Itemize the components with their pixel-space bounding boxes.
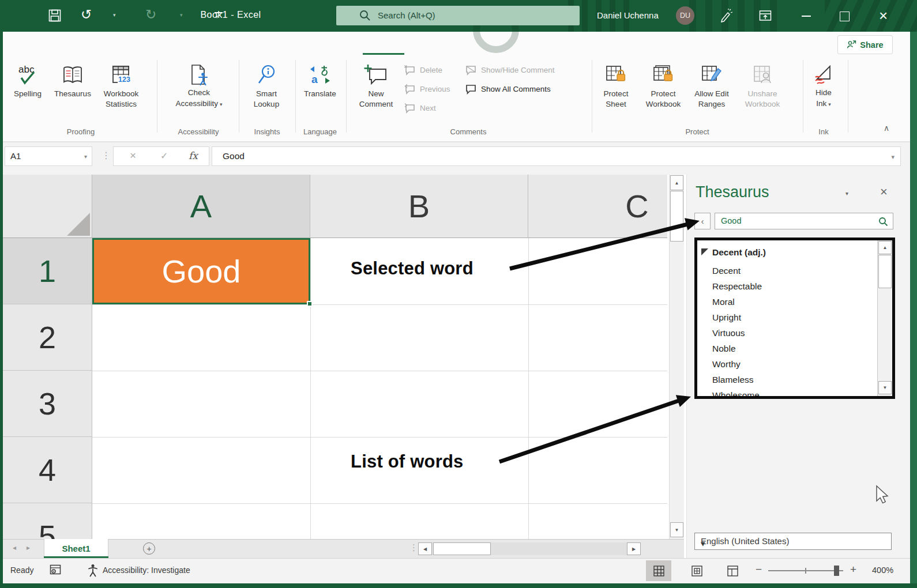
- normal-view-button[interactable]: [646, 560, 671, 581]
- word-list-scroll-up[interactable]: ▲: [878, 241, 892, 254]
- spreadsheet-grid[interactable]: A B C 1 2 3 4 5 Good: [3, 175, 667, 539]
- group-label-protect: Protect: [660, 127, 735, 136]
- word-list-scroll-down[interactable]: ▼: [878, 381, 892, 394]
- thesaurus-word-list[interactable]: Decent (adj.) Decent Respectable Moral U…: [694, 238, 895, 399]
- page-layout-view-button[interactable]: [684, 560, 709, 581]
- smart-lookup-button[interactable]: Smart Lookup: [245, 60, 288, 135]
- word-group-heading[interactable]: Decent (adj.): [712, 247, 766, 258]
- spelling-button[interactable]: abc Spelling: [10, 60, 45, 135]
- group-label-accessibility: Accessibility: [161, 127, 236, 136]
- cell-a1-value: Good: [162, 252, 241, 290]
- word-item[interactable]: Respectable: [712, 281, 762, 292]
- allow-edit-ranges-button[interactable]: Allow Edit Ranges: [686, 60, 737, 135]
- zoom-level[interactable]: 400%: [872, 566, 893, 575]
- scroll-down-button[interactable]: ▼: [670, 522, 683, 537]
- coachmark-pen-icon[interactable]: [720, 9, 734, 22]
- thesaurus-button[interactable]: Thesaurus: [50, 60, 95, 135]
- name-box[interactable]: A1 ▾: [5, 146, 92, 166]
- hscroll-right-button[interactable]: ▶: [627, 542, 641, 555]
- word-item[interactable]: Blameless: [712, 375, 754, 385]
- pane-close-icon[interactable]: ×: [880, 184, 888, 199]
- group-label-language: Language: [283, 127, 358, 136]
- macro-record-icon[interactable]: [50, 564, 61, 576]
- undo-dropdown-chevron-icon[interactable]: ▾: [113, 12, 116, 18]
- status-accessibility[interactable]: Accessibility: Investigate: [103, 566, 190, 575]
- collapse-ribbon-icon[interactable]: ∧: [884, 123, 889, 133]
- protect-workbook-button[interactable]: Protect Workbook: [638, 60, 688, 135]
- plus-icon: +: [146, 545, 151, 553]
- collapse-group-icon[interactable]: [701, 248, 708, 255]
- page-break-preview-button[interactable]: [720, 560, 745, 581]
- add-sheet-button[interactable]: +: [143, 542, 155, 555]
- column-letter: B: [408, 187, 430, 225]
- word-list-scroll-thumb[interactable]: [878, 255, 892, 288]
- word-item[interactable]: Virtuous: [712, 328, 745, 338]
- row-header-4[interactable]: 4: [3, 437, 92, 503]
- formula-bar-dots-icon[interactable]: ⋮: [102, 150, 111, 161]
- horizontal-scrollbar-thumb[interactable]: [433, 542, 491, 555]
- pane-options-chevron-icon[interactable]: ▾: [845, 190, 848, 197]
- word-item[interactable]: Wholesome: [712, 390, 760, 399]
- ribbon-display-options-icon[interactable]: [759, 9, 772, 22]
- select-all-corner[interactable]: [3, 175, 92, 238]
- workbook-statistics-button[interactable]: 123 Workbook Statistics: [96, 60, 146, 135]
- scroll-up-icon: ▲: [883, 245, 888, 250]
- word-item[interactable]: Moral: [712, 297, 735, 307]
- insert-function-icon[interactable]: fx: [189, 150, 198, 161]
- show-all-comments-button[interactable]: Show All Comments: [465, 82, 551, 95]
- formula-input[interactable]: Good ▾: [212, 146, 901, 166]
- sheet-tab-sheet1[interactable]: Sheet1: [44, 539, 108, 558]
- undo-button[interactable]: ↺: [81, 7, 92, 22]
- pane-back-button[interactable]: ‹: [694, 213, 711, 229]
- column-header-a[interactable]: A: [92, 175, 310, 238]
- hide-ink-button[interactable]: Hide Ink▾: [807, 60, 840, 135]
- share-button[interactable]: Share: [837, 35, 893, 54]
- row-header-1[interactable]: 1: [3, 238, 92, 304]
- excel-window: ↺ ▾ ↻ ▾ ▾ Book1 - Excel Search (Alt+Q) D…: [0, 0, 917, 588]
- row-header-5[interactable]: 5: [3, 503, 92, 539]
- user-name[interactable]: Daniel Uchenna: [597, 10, 659, 20]
- maximize-button[interactable]: [840, 12, 850, 21]
- next-comment-label: Next: [420, 104, 436, 112]
- column-header-b[interactable]: B: [310, 175, 528, 238]
- scroll-up-button[interactable]: ▲: [670, 175, 683, 190]
- vertical-scrollbar[interactable]: ▲ ▼: [669, 175, 684, 539]
- minimize-button[interactable]: [802, 16, 811, 17]
- avatar[interactable]: DU: [676, 6, 694, 25]
- word-item[interactable]: Worthy: [712, 359, 741, 370]
- fill-handle[interactable]: [307, 301, 313, 307]
- search-bar[interactable]: Search (Alt+Q): [336, 6, 580, 25]
- tabbar-dots-icon[interactable]: ⋮: [409, 542, 418, 553]
- check-accessibility-button[interactable]: Check Accessibility▾: [163, 60, 235, 135]
- zoom-in-button[interactable]: +: [850, 563, 856, 576]
- accessibility-status-icon[interactable]: [88, 564, 98, 577]
- active-tab-underline: [363, 53, 404, 55]
- translate-button[interactable]: a Translate: [298, 60, 343, 135]
- zoom-out-button[interactable]: −: [756, 563, 762, 576]
- allow-edit-ranges-icon: [701, 65, 723, 85]
- save-icon[interactable]: [48, 9, 61, 22]
- zoom-slider-thumb[interactable]: [834, 566, 839, 576]
- close-button[interactable]: ×: [879, 7, 888, 25]
- hscroll-left-button[interactable]: ◀: [418, 542, 432, 555]
- word-list-scrollbar[interactable]: ▲ ▼: [877, 240, 892, 396]
- row-header-2[interactable]: 2: [3, 304, 92, 371]
- thesaurus-label: Thesaurus: [54, 89, 91, 99]
- cell-a1-selected[interactable]: Good: [92, 238, 310, 304]
- show-hide-comment-button: Show/Hide Comment: [465, 63, 555, 76]
- word-item[interactable]: Upright: [712, 312, 741, 323]
- protect-sheet-button[interactable]: Protect Sheet: [596, 60, 636, 135]
- new-comment-button[interactable]: New Comment: [353, 60, 399, 135]
- column-header-c[interactable]: C: [528, 175, 667, 238]
- new-comment-icon: [364, 64, 388, 86]
- thesaurus-search-input[interactable]: Good: [715, 213, 893, 229]
- vertical-scrollbar-thumb[interactable]: [670, 191, 683, 242]
- word-item[interactable]: Decent: [712, 266, 741, 276]
- name-box-chevron-icon[interactable]: ▾: [84, 153, 87, 160]
- language-dropdown[interactable]: English (United States) ▾: [694, 533, 892, 550]
- formula-bar-expand-chevron-icon[interactable]: ▾: [891, 153, 895, 161]
- word-item[interactable]: Noble: [712, 344, 736, 354]
- row-header-3[interactable]: 3: [3, 371, 92, 437]
- sheet-tab-label: Sheet1: [62, 544, 90, 553]
- pane-search-icon[interactable]: [878, 217, 888, 227]
